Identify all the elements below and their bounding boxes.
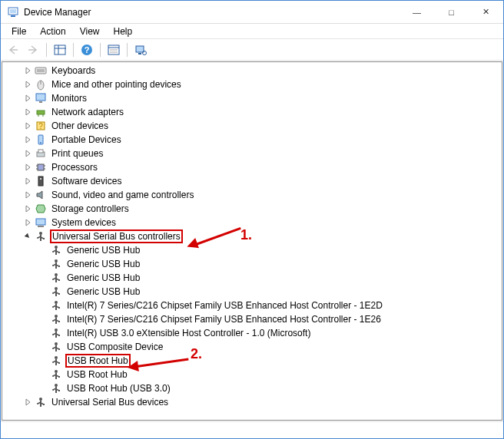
tree-node[interactable]: Network adapters [2, 105, 502, 119]
svg-rect-20 [36, 94, 45, 101]
tree-node[interactable]: Monitors [2, 91, 502, 105]
show-hide-console-button[interactable] [51, 41, 69, 58]
tree-node-label: Network adapters [50, 107, 125, 117]
expand-icon[interactable] [22, 217, 33, 228]
usb-icon [50, 258, 62, 270]
app-icon [7, 6, 19, 18]
expand-icon[interactable] [22, 79, 33, 90]
system-icon [35, 216, 47, 229]
svg-rect-81 [58, 321, 60, 322]
tree-node[interactable]: Portable Devices [2, 133, 502, 147]
svg-rect-1 [10, 9, 16, 13]
tree-node[interactable]: USB Composite Device [2, 340, 502, 354]
network-icon [35, 106, 47, 118]
svg-rect-21 [39, 101, 42, 103]
expand-icon[interactable] [22, 397, 33, 408]
tree-node[interactable]: Universal Serial Bus controllers [2, 229, 502, 243]
svg-rect-105 [58, 376, 60, 378]
svg-point-56 [52, 265, 54, 266]
tree-node-label: Universal Serial Bus controllers [50, 229, 183, 243]
tree-node[interactable]: Sound, video and game controllers [2, 188, 502, 202]
minimize-button[interactable]: — [400, 1, 434, 23]
tree-node[interactable]: Mice and other pointing devices [2, 78, 502, 91]
svg-rect-93 [58, 348, 60, 350]
toolbar: ? [1, 39, 503, 61]
svg-rect-99 [58, 362, 60, 364]
expand-icon[interactable] [22, 107, 33, 117]
svg-point-76 [55, 315, 58, 318]
tree-node[interactable]: ?Other devices [2, 119, 502, 133]
svg-rect-12 [136, 46, 144, 52]
portable-icon [35, 134, 47, 146]
svg-rect-15 [35, 68, 46, 74]
tree-node[interactable]: Software devices [2, 174, 502, 188]
help-button[interactable]: ? [78, 41, 96, 58]
expand-icon[interactable] [22, 65, 33, 76]
expand-icon[interactable] [22, 120, 33, 131]
menu-file[interactable]: File [5, 25, 32, 38]
properties-button[interactable] [104, 41, 123, 58]
usb-icon [50, 299, 62, 312]
tree-node-label: Generic USB Hub [65, 286, 141, 297]
tree-node[interactable]: System devices [2, 216, 502, 229]
window-controls: — □ ✕ [400, 1, 503, 23]
tree-node[interactable]: USB Root Hub [2, 354, 502, 368]
expand-icon[interactable] [22, 148, 33, 159]
tree-node[interactable]: USB Root Hub (USB 3.0) [2, 381, 502, 395]
tree-node-label: Mice and other pointing devices [50, 79, 183, 90]
tree-node[interactable]: Print queues [2, 147, 502, 160]
svg-point-70 [55, 301, 58, 304]
menu-action[interactable]: Action [34, 25, 71, 38]
tree-node[interactable]: Generic USB Hub [2, 243, 502, 257]
svg-point-58 [55, 273, 58, 276]
tree-node[interactable]: Processors [2, 160, 502, 174]
usb-icon [50, 355, 62, 367]
storage-icon [35, 203, 47, 215]
window-title: Device Manager [24, 7, 400, 18]
tree-node[interactable]: Storage controllers [2, 202, 502, 216]
expand-icon[interactable] [22, 93, 33, 104]
svg-point-40 [39, 232, 42, 235]
tree-node-label: Generic USB Hub [65, 272, 141, 283]
svg-point-50 [52, 251, 54, 253]
tree-node-label: Intel(R) USB 3.0 eXtensible Host Control… [65, 328, 312, 338]
maximize-button[interactable]: □ [434, 1, 469, 23]
close-button[interactable]: ✕ [469, 1, 503, 23]
tree-node[interactable]: Generic USB Hub [2, 271, 502, 285]
tree-node-label: Universal Serial Bus devices [50, 397, 170, 408]
expand-icon[interactable] [22, 190, 33, 200]
tree-node-label: Software devices [50, 176, 123, 186]
expand-icon[interactable] [22, 176, 33, 186]
tree-node[interactable]: USB Root Hub [2, 368, 502, 381]
svg-rect-30 [38, 150, 43, 153]
tree-node[interactable]: Intel(R) 7 Series/C216 Chipset Family US… [2, 312, 502, 326]
svg-point-62 [52, 279, 54, 280]
tree-node-label: Keyboards [50, 65, 97, 76]
tree-node[interactable]: Universal Serial Bus devices [2, 395, 502, 409]
tree-node[interactable]: Intel(R) USB 3.0 eXtensible Host Control… [2, 326, 502, 340]
expand-icon[interactable] [22, 134, 33, 145]
tree-node[interactable]: Intel(R) 7 Series/C216 Chipset Family US… [2, 299, 502, 312]
tree-node[interactable]: Generic USB Hub [2, 257, 502, 271]
svg-point-46 [55, 246, 58, 249]
svg-text:?: ? [38, 122, 43, 130]
expand-icon[interactable] [22, 203, 33, 214]
device-tree[interactable]: KeyboardsMice and other pointing devices… [2, 61, 502, 421]
collapse-icon[interactable] [22, 231, 33, 242]
svg-rect-3 [55, 45, 65, 54]
tree-node-label: USB Root Hub [65, 354, 131, 368]
monitor-icon [35, 92, 47, 104]
menu-view[interactable]: View [74, 25, 106, 38]
software-icon [35, 175, 47, 187]
tree-node[interactable]: Generic USB Hub [2, 285, 502, 299]
toolbar-separator [46, 43, 47, 57]
forward-button [24, 41, 42, 58]
scan-hardware-button[interactable] [131, 41, 150, 58]
expand-icon[interactable] [22, 162, 33, 173]
menu-help[interactable]: Help [108, 25, 139, 38]
svg-point-28 [40, 142, 41, 144]
tree-node[interactable]: Keyboards [2, 64, 502, 78]
svg-point-80 [52, 320, 54, 322]
usb-icon [50, 341, 62, 353]
cpu-icon [35, 161, 47, 173]
